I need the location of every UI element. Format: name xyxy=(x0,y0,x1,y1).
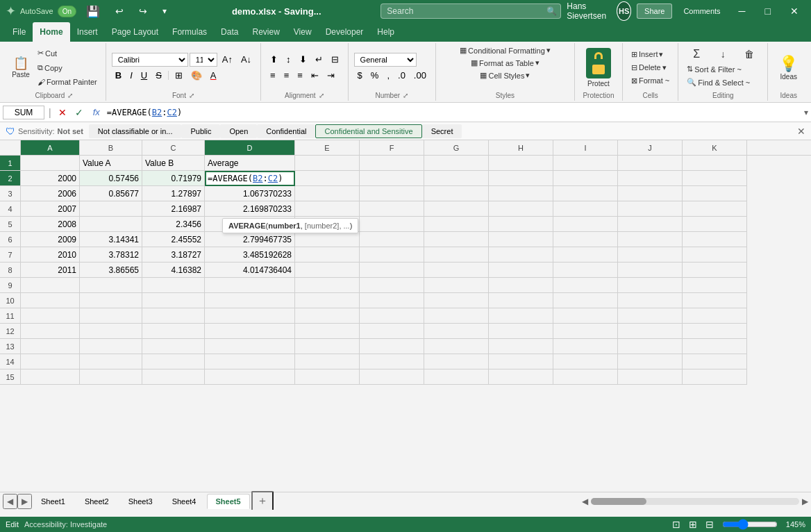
cell-I14[interactable] xyxy=(553,354,618,369)
cell-H9[interactable] xyxy=(489,278,553,293)
cell-E1[interactable] xyxy=(295,156,360,171)
align-left-button[interactable]: ≡ xyxy=(267,68,279,83)
comments-button[interactable]: Comments xyxy=(678,4,726,18)
scroll-left-button[interactable]: ◀ xyxy=(582,497,588,506)
col-header-F[interactable]: F xyxy=(360,140,424,155)
cell-K6[interactable] xyxy=(683,232,747,247)
cell-G15[interactable] xyxy=(424,369,489,385)
cell-D3[interactable]: 1.067370233 xyxy=(205,186,295,201)
tab-file[interactable]: File xyxy=(6,22,33,42)
sens-open[interactable]: Open xyxy=(220,124,257,138)
cell-C15[interactable] xyxy=(142,369,205,385)
cell-H13[interactable] xyxy=(489,339,553,354)
cell-K5[interactable] xyxy=(683,217,747,232)
cell-B10[interactable] xyxy=(80,293,142,308)
cell-E11[interactable] xyxy=(295,308,360,324)
format-as-table-button[interactable]: ▦ Format as Table ▾ xyxy=(467,57,544,69)
cell-I15[interactable] xyxy=(553,369,618,385)
cell-I3[interactable] xyxy=(553,186,618,201)
cell-K14[interactable] xyxy=(683,354,747,369)
cell-J13[interactable] xyxy=(618,339,683,354)
cell-D11[interactable] xyxy=(205,308,295,324)
cell-G3[interactable] xyxy=(424,186,489,201)
align-center-button[interactable]: ≡ xyxy=(281,68,293,83)
cell-name-box[interactable] xyxy=(3,106,44,119)
copy-button[interactable]: ⧉ Copy xyxy=(35,62,100,74)
cell-B14[interactable] xyxy=(80,354,142,369)
cell-I8[interactable] xyxy=(553,263,618,278)
tab-scroll-right-button[interactable]: ▶ xyxy=(17,494,32,509)
cell-G6[interactable] xyxy=(424,232,489,247)
col-header-J[interactable]: J xyxy=(618,140,683,155)
cell-F13[interactable] xyxy=(360,339,424,354)
sheet-tab-1[interactable]: Sheet1 xyxy=(32,494,74,508)
cell-A12[interactable] xyxy=(21,324,80,339)
cell-D10[interactable] xyxy=(205,293,295,308)
cell-C1[interactable]: Value B xyxy=(142,156,205,171)
cell-A7[interactable]: 2010 xyxy=(21,247,80,263)
cell-H3[interactable] xyxy=(489,186,553,201)
strikethrough-button[interactable]: S xyxy=(152,68,165,83)
conditional-formatting-button[interactable]: ▦ Conditional Formatting ▾ xyxy=(455,44,555,56)
cell-I4[interactable] xyxy=(553,201,618,217)
cell-J6[interactable] xyxy=(618,232,683,247)
cell-F11[interactable] xyxy=(360,308,424,324)
cell-K7[interactable] xyxy=(683,247,747,263)
cell-C11[interactable] xyxy=(142,308,205,324)
cell-G10[interactable] xyxy=(424,293,489,308)
cell-H6[interactable] xyxy=(489,232,553,247)
font-name-select[interactable]: Calibri xyxy=(112,53,188,67)
cell-A15[interactable] xyxy=(21,369,80,385)
cell-F3[interactable] xyxy=(360,186,424,201)
cell-F9[interactable] xyxy=(360,278,424,293)
cell-F2[interactable] xyxy=(360,171,424,186)
cell-I13[interactable] xyxy=(553,339,618,354)
cell-K8[interactable] xyxy=(683,263,747,278)
cell-F7[interactable] xyxy=(360,247,424,263)
cell-I2[interactable] xyxy=(553,171,618,186)
cell-E9[interactable] xyxy=(295,278,360,293)
cell-A13[interactable] xyxy=(21,339,80,354)
cell-H4[interactable] xyxy=(489,201,553,217)
align-middle-button[interactable]: ↕ xyxy=(283,52,294,67)
cell-C5[interactable]: 2.3456 xyxy=(142,217,205,232)
cell-K10[interactable] xyxy=(683,293,747,308)
autosum-button[interactable]: Σ xyxy=(684,47,709,62)
scroll-right-button[interactable]: ▶ xyxy=(802,497,808,506)
cell-C3[interactable]: 1.27897 xyxy=(142,186,205,201)
cell-J4[interactable] xyxy=(618,201,683,217)
cell-J12[interactable] xyxy=(618,324,683,339)
cell-D14[interactable] xyxy=(205,354,295,369)
cell-D12[interactable] xyxy=(205,324,295,339)
increase-indent-button[interactable]: ⇥ xyxy=(324,68,338,83)
cell-C7[interactable]: 3.18727 xyxy=(142,247,205,263)
tab-formulas[interactable]: Formulas xyxy=(165,22,214,42)
row-num-3[interactable]: 3 xyxy=(0,186,21,201)
cell-G2[interactable] xyxy=(424,171,489,186)
cell-C6[interactable]: 2.45552 xyxy=(142,232,205,247)
cell-A9[interactable] xyxy=(21,278,80,293)
cell-A2[interactable]: 2000 xyxy=(21,171,80,186)
clipboard-expand-icon[interactable]: ⤢ xyxy=(67,92,73,99)
cell-D1[interactable]: Average xyxy=(205,156,295,171)
increase-decimal-button[interactable]: .0 xyxy=(394,68,409,83)
cell-K12[interactable] xyxy=(683,324,747,339)
cell-I9[interactable] xyxy=(553,278,618,293)
row-num-5[interactable]: 5 xyxy=(0,217,21,232)
cell-G8[interactable] xyxy=(424,263,489,278)
cell-F15[interactable] xyxy=(360,369,424,385)
format-button[interactable]: ⊠ Format ~ xyxy=(628,75,672,87)
currency-button[interactable]: $ xyxy=(354,68,366,83)
font-color-button[interactable]: A xyxy=(207,68,220,83)
cell-C13[interactable] xyxy=(142,339,205,354)
sens-secret[interactable]: Secret xyxy=(422,124,462,138)
tab-review[interactable]: Review xyxy=(245,22,286,42)
cell-H10[interactable] xyxy=(489,293,553,308)
cell-B12[interactable] xyxy=(80,324,142,339)
decrease-decimal-button[interactable]: .00 xyxy=(410,68,430,83)
cell-J9[interactable] xyxy=(618,278,683,293)
cell-B5[interactable] xyxy=(80,217,142,232)
row-num-12[interactable]: 12 xyxy=(0,324,21,339)
cell-E2[interactable] xyxy=(295,171,360,186)
cell-H12[interactable] xyxy=(489,324,553,339)
